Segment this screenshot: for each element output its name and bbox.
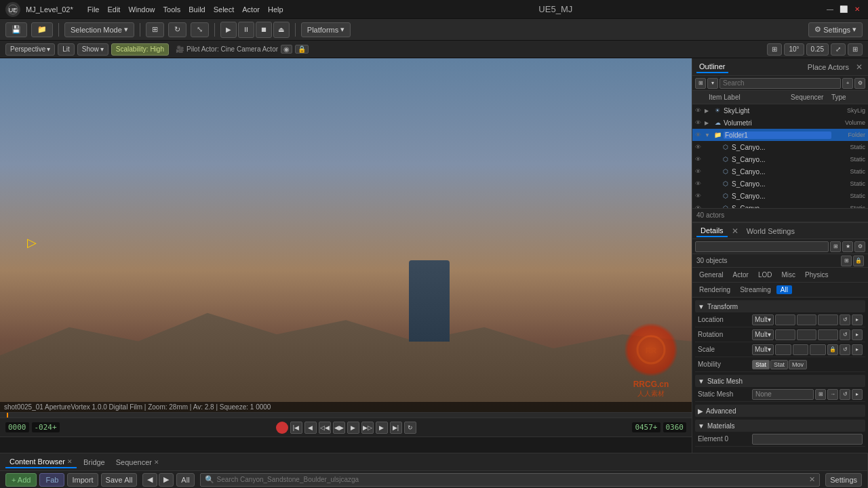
rotation-z[interactable] <box>818 329 838 340</box>
materials-header[interactable]: ▼ Materials <box>695 420 865 432</box>
record-button[interactable] <box>276 422 288 434</box>
expand-icon[interactable]: ▶ <box>705 108 713 114</box>
minimize-button[interactable]: — <box>825 4 835 15</box>
scale-x[interactable] <box>775 344 791 355</box>
close-details-button[interactable]: ✕ <box>730 226 740 236</box>
angle-button[interactable]: 10° <box>784 43 804 56</box>
next-key-button[interactable]: ▶▷ <box>361 422 374 434</box>
rotation-x[interactable] <box>775 329 795 340</box>
filter-actor[interactable]: Actor <box>729 270 753 279</box>
outliner-item-8[interactable]: 👁 ⬡ S_Canyo... Static <box>692 202 868 208</box>
open-button[interactable]: 📁 <box>31 22 53 37</box>
prev-frame-button[interactable]: ◀ <box>304 422 317 434</box>
timeline-bar[interactable] <box>0 413 692 418</box>
viewport[interactable]: ▷ RR RRCG.cn 人人素材 shot0025_01 ApertureVo… <box>0 58 692 412</box>
lock-icon[interactable]: 🔒 <box>295 45 309 54</box>
play-reverse-button[interactable]: ◀▶ <box>333 422 345 434</box>
cb-back-button[interactable]: ◀ <box>142 473 157 487</box>
details-settings-button[interactable]: ⚙ <box>854 241 865 252</box>
cb-search-clear[interactable]: ✕ <box>809 475 815 484</box>
filter-general[interactable]: General <box>695 270 728 279</box>
go-end-button[interactable]: ▶| <box>390 422 402 434</box>
visibility-icon[interactable]: 👁 <box>695 119 705 126</box>
visibility-icon[interactable]: 👁 <box>695 180 705 187</box>
menu-edit[interactable]: Edit <box>104 4 123 15</box>
location-x[interactable] <box>775 314 795 325</box>
grid-toggle-button[interactable]: ⊞ <box>767 43 782 56</box>
expand-icon[interactable]: ▼ <box>705 132 713 138</box>
static-mesh-arrow-button[interactable]: → <box>827 389 838 400</box>
world-settings-tab[interactable]: World Settings <box>743 226 799 237</box>
rotation-expand-button[interactable]: ▸ <box>852 329 863 340</box>
rotate-button[interactable]: ↻ <box>168 22 186 37</box>
fab-button[interactable]: Fab <box>39 473 64 487</box>
outliner-search-input[interactable] <box>719 78 841 89</box>
stat-button[interactable]: Stat <box>752 360 770 369</box>
scale-reset-button[interactable]: ↺ <box>840 344 850 355</box>
transform-header[interactable]: ▼ Transform <box>695 300 865 312</box>
rotation-dropdown[interactable]: Mult▾ <box>752 329 774 340</box>
location-z[interactable] <box>818 314 838 325</box>
details-filter-button[interactable]: ⊞ <box>830 241 841 252</box>
location-dropdown[interactable]: Mult▾ <box>752 314 774 325</box>
outliner-item-0[interactable]: 👁 ▶ ☀ SkyLight SkyLig <box>692 104 868 117</box>
outliner-sort-button[interactable]: ▾ <box>707 78 718 89</box>
lit-button[interactable]: Lit <box>58 43 75 56</box>
cb-settings-button[interactable]: Settings <box>825 473 862 487</box>
filter-streaming[interactable]: Streaming <box>736 285 775 294</box>
filter-all[interactable]: All <box>776 285 792 294</box>
filter-rendering[interactable]: Rendering <box>695 285 734 294</box>
selection-mode-button[interactable]: Selection Mode ▾ <box>64 22 134 37</box>
outliner-item-2[interactable]: 👁 ▼ 📁 Folder1 Folder <box>692 129 868 141</box>
eject-button[interactable]: ⏏ <box>273 22 290 38</box>
outliner-item-7[interactable]: 👁 ⬡ S_Canyo... Static <box>692 190 868 202</box>
expand-icon[interactable]: ▶ <box>705 120 713 126</box>
static-mesh-browse-button[interactable]: ⊞ <box>815 389 826 400</box>
cb-search-input[interactable] <box>217 476 807 483</box>
outliner-tab[interactable]: Outliner <box>696 61 728 73</box>
visibility-icon[interactable]: 👁 <box>695 131 705 138</box>
viewport-options-button[interactable]: ⊞ <box>848 43 863 56</box>
next-frame-button[interactable]: ▶ <box>376 422 388 434</box>
static-mesh-reset-button[interactable]: ↺ <box>840 389 850 400</box>
menu-select[interactable]: Select <box>210 4 238 15</box>
add-button[interactable]: + Add <box>5 473 37 487</box>
visibility-icon[interactable]: 👁 <box>695 156 705 163</box>
rotation-reset-button[interactable]: ↺ <box>840 329 850 340</box>
advanced-header[interactable]: ▶ Advanced <box>695 405 865 417</box>
location-y[interactable] <box>797 314 817 325</box>
scale-y[interactable] <box>793 344 809 355</box>
timeline-track[interactable] <box>0 436 692 453</box>
save-all-button[interactable]: Save All <box>101 473 138 487</box>
play-fwd-button[interactable]: ▶ <box>347 422 359 434</box>
visibility-icon[interactable]: 👁 <box>695 192 705 199</box>
pause-button[interactable]: ⏸ <box>238 22 254 38</box>
location-expand-button[interactable]: ▸ <box>852 314 863 325</box>
settings-button[interactable]: ⚙ Settings ▾ <box>808 22 863 37</box>
outliner-item-6[interactable]: 👁 ⬡ S_Canyo... Static <box>692 178 868 190</box>
visibility-icon[interactable]: 👁 <box>695 144 705 150</box>
menu-file[interactable]: File <box>84 4 103 15</box>
prev-key-button[interactable]: ◁◀ <box>319 422 331 434</box>
loop-button[interactable]: ↻ <box>404 422 416 434</box>
filter-physics[interactable]: Physics <box>801 270 832 279</box>
place-actors-tab[interactable]: Place Actors <box>805 62 852 73</box>
cb-all-button[interactable]: All <box>176 473 194 487</box>
camera-toggle-icon[interactable]: ◉ <box>281 45 292 54</box>
stat2-button[interactable]: Stat <box>770 360 788 369</box>
outliner-item-4[interactable]: 👁 ⬡ S_Canyo... Static <box>692 153 868 165</box>
filter-misc[interactable]: Misc <box>777 270 800 279</box>
outliner-add-button[interactable]: + <box>842 78 853 89</box>
details-lock-button[interactable]: 🔒 <box>853 256 864 266</box>
scale-lock-button[interactable]: 🔒 <box>827 344 838 355</box>
close-outliner-button[interactable]: ✕ <box>854 62 864 72</box>
outliner-item-1[interactable]: 👁 ▶ ☁ Volumetri Volume <box>692 117 868 129</box>
content-browser-tab-close[interactable]: ✕ <box>67 458 73 465</box>
scale-button[interactable]: ⤡ <box>191 22 209 37</box>
content-browser-tab[interactable]: Content Browser ✕ <box>5 456 77 468</box>
maximize-viewport-button[interactable]: ⤢ <box>831 43 846 56</box>
menu-actor[interactable]: Actor <box>239 4 263 15</box>
rotation-y[interactable] <box>797 329 817 340</box>
stop-button[interactable]: ⏹ <box>256 22 272 38</box>
sequencer-tab-close[interactable]: ✕ <box>154 459 159 466</box>
